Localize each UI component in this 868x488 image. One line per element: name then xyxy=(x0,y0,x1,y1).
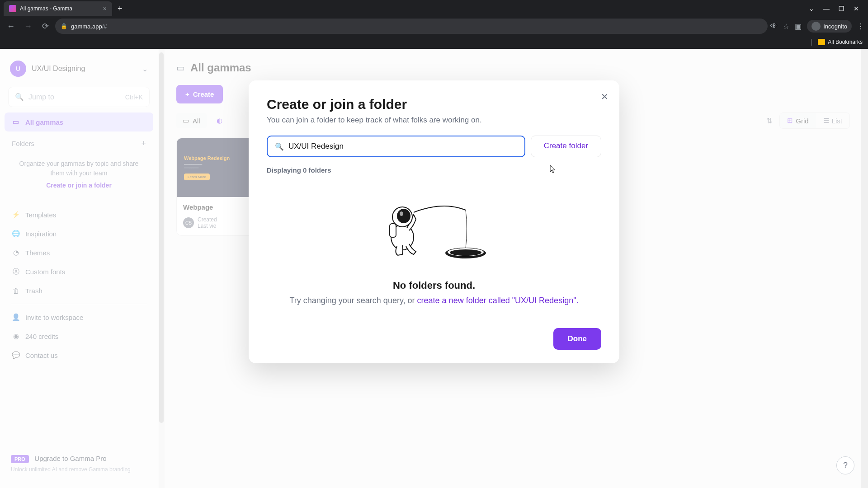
search-icon: 🔍 xyxy=(275,142,284,151)
forward-button[interactable]: → xyxy=(21,19,35,33)
bookmarks-bar: | All Bookmarks xyxy=(0,35,868,49)
eye-off-icon[interactable]: 👁 xyxy=(770,22,778,30)
gamma-favicon xyxy=(9,5,16,12)
folder-search-input[interactable] xyxy=(288,142,517,151)
menu-icon[interactable]: ⋮ xyxy=(857,22,864,31)
search-row: 🔍 Create folder xyxy=(267,136,601,157)
close-window-button[interactable]: ✕ xyxy=(854,5,859,12)
main-scrollbar-track[interactable] xyxy=(861,49,868,488)
close-modal-button[interactable]: ✕ xyxy=(601,91,609,102)
minimize-button[interactable]: ― xyxy=(823,5,830,12)
help-button[interactable]: ? xyxy=(836,456,854,474)
lock-icon: 🔒 xyxy=(61,23,67,29)
app-container: U UX/UI Designing ⌄ 🔍 Jump to Ctrl+K ▭ A… xyxy=(0,49,868,488)
incognito-badge[interactable]: Incognito xyxy=(807,20,852,33)
tab-title: All gammas - Gamma xyxy=(20,5,99,12)
astronaut-fishing-illustration xyxy=(371,192,497,269)
svg-point-2 xyxy=(450,249,481,256)
modal-footer: Done xyxy=(267,328,601,350)
window-controls: ⌄ ― ❐ ✕ xyxy=(809,5,864,12)
svg-point-5 xyxy=(397,209,410,223)
folder-icon xyxy=(818,39,825,45)
url-right-controls: 👁 ☆ ▣ Incognito ⋮ xyxy=(770,20,864,33)
svg-point-6 xyxy=(400,211,403,216)
empty-state: No folders found. Try changing your sear… xyxy=(267,174,601,314)
folder-search-box[interactable]: 🔍 xyxy=(267,136,525,157)
star-icon[interactable]: ☆ xyxy=(783,22,789,31)
empty-desc: Try changing your search query, or creat… xyxy=(289,296,578,305)
extension-icon[interactable]: ▣ xyxy=(795,22,802,31)
result-count: Displaying 0 folders xyxy=(267,166,601,174)
create-new-folder-link[interactable]: create a new folder called "UX/UI Redesi… xyxy=(417,296,579,305)
create-folder-button[interactable]: Create folder xyxy=(531,136,601,157)
tab-bar: All gammas - Gamma × + ⌄ ― ❐ ✕ xyxy=(0,0,868,17)
dropdown-icon[interactable]: ⌄ xyxy=(809,5,814,12)
create-folder-modal: ✕ Create or join a folder You can join a… xyxy=(249,80,619,363)
incognito-icon xyxy=(811,22,821,31)
maximize-button[interactable]: ❐ xyxy=(839,5,844,12)
browser-tab[interactable]: All gammas - Gamma × xyxy=(4,1,112,16)
empty-title: No folders found. xyxy=(393,280,475,291)
done-button[interactable]: Done xyxy=(553,328,602,350)
url-text: gamma.app/# xyxy=(71,23,107,30)
modal-title: Create or join a folder xyxy=(267,97,601,112)
address-bar[interactable]: 🔒 gamma.app/# xyxy=(55,19,768,34)
close-tab-icon[interactable]: × xyxy=(103,5,107,12)
svg-rect-7 xyxy=(390,224,396,237)
all-bookmarks-button[interactable]: All Bookmarks xyxy=(818,39,863,45)
back-button[interactable]: ← xyxy=(4,19,18,33)
modal-overlay[interactable]: ✕ Create or join a folder You can join a… xyxy=(0,49,868,488)
url-bar: ← → ⟳ 🔒 gamma.app/# 👁 ☆ ▣ Incognito ⋮ xyxy=(0,17,868,35)
modal-subtitle: You can join a folder to keep track of w… xyxy=(267,116,601,125)
new-tab-button[interactable]: + xyxy=(118,4,123,14)
reload-button[interactable]: ⟳ xyxy=(38,19,52,33)
browser-chrome: All gammas - Gamma × + ⌄ ― ❐ ✕ ← → ⟳ 🔒 g… xyxy=(0,0,868,49)
